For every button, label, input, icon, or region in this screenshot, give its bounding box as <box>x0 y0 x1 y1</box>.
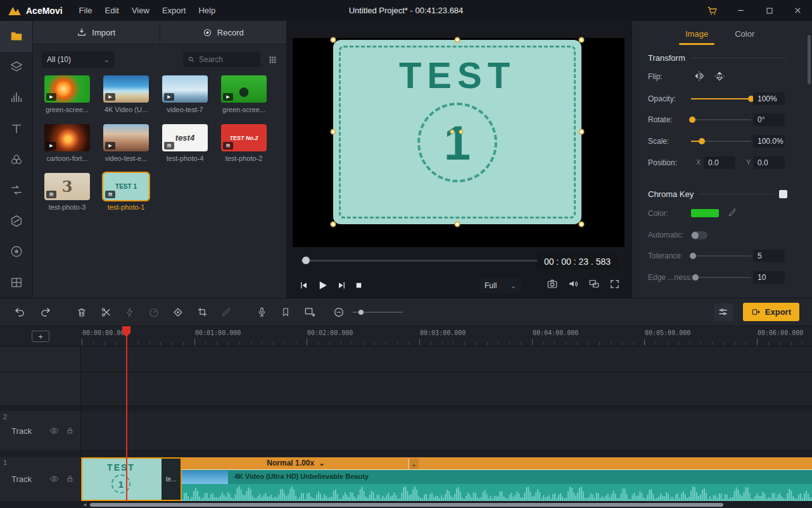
center-anchor-handle[interactable] <box>450 130 455 134</box>
add-track-button[interactable]: + <box>32 331 49 342</box>
track-lock-toggle[interactable] <box>66 475 74 483</box>
timeline-zoom-slider[interactable] <box>352 312 403 313</box>
store-cart-button[interactable] <box>698 0 726 21</box>
rail-media-tab[interactable] <box>0 21 33 52</box>
media-item-video-test-7[interactable]: ▶ video-test-7 <box>162 75 208 113</box>
media-filter-select[interactable]: All (10) ⌄ <box>42 51 115 68</box>
resize-handle-bottom-right[interactable] <box>579 222 585 227</box>
video-clip-4k-video[interactable]: Normal 1.00x ⌄ ⌄ 4K Video (Ultra HD) Unb… <box>182 457 812 501</box>
keyframe-button[interactable] <box>171 305 185 319</box>
chroma-key-checkbox[interactable] <box>779 190 787 198</box>
media-item-green-screen-2[interactable]: ▶ green-scree... <box>221 75 267 113</box>
menu-export[interactable]: Export <box>156 1 193 20</box>
chroma-color-swatch[interactable] <box>691 209 719 217</box>
timeline-ruler[interactable]: + 00:00:00.000 00:01:00.000 00:02:00.000… <box>0 326 812 346</box>
close-button[interactable] <box>783 0 812 21</box>
next-frame-button[interactable] <box>337 281 346 290</box>
resize-handle-bottom-center[interactable] <box>455 222 460 227</box>
freeze-frame-button[interactable] <box>303 305 317 319</box>
track-visibility-toggle[interactable] <box>49 426 59 436</box>
record-button[interactable]: Record <box>160 21 287 44</box>
maximize-button[interactable] <box>755 0 783 21</box>
rail-text-tab[interactable] <box>0 113 33 144</box>
search-input[interactable] <box>199 55 251 64</box>
edit-button[interactable] <box>219 305 233 319</box>
scrollbar-thumb[interactable] <box>90 503 723 507</box>
tab-image[interactable]: Image <box>683 24 711 45</box>
track-visibility-toggle[interactable] <box>49 474 59 484</box>
media-item-green-screen-1[interactable]: ▶ green-scree... <box>44 75 90 113</box>
marker-button[interactable] <box>279 305 293 319</box>
resize-handle-top-center[interactable] <box>455 37 460 43</box>
playhead-line[interactable] <box>126 336 127 502</box>
tolerance-slider[interactable] <box>691 255 751 257</box>
slider-knob[interactable] <box>690 253 696 259</box>
center-anchor-handle-2[interactable] <box>459 130 464 134</box>
opacity-slider[interactable] <box>691 98 751 99</box>
media-item-cartoon[interactable]: ▶ cartoon-fort... <box>44 124 90 162</box>
resize-handle-mid-right[interactable] <box>579 129 585 135</box>
preview-stage[interactable]: TEST 1 <box>293 38 625 247</box>
delete-button[interactable] <box>75 305 89 319</box>
photo-clip-test-photo-1[interactable]: TEST 1 te... <box>81 457 182 501</box>
redo-button[interactable] <box>38 305 52 319</box>
voiceover-button[interactable] <box>255 305 269 319</box>
scale-value[interactable]: 100.0% <box>753 135 785 148</box>
dual-screen-button[interactable] <box>588 278 600 289</box>
speed-button[interactable] <box>147 305 161 319</box>
crop-button[interactable] <box>195 305 209 319</box>
selected-clip-preview[interactable]: TEST 1 <box>333 40 581 224</box>
track-lock-toggle[interactable] <box>66 427 74 435</box>
position-y-input[interactable]: 0.0 <box>753 156 785 169</box>
rail-filters-tab[interactable] <box>0 205 33 236</box>
rotate-value[interactable]: 0° <box>753 113 785 126</box>
stop-button[interactable] <box>355 281 363 289</box>
tab-color[interactable]: Color <box>732 24 757 45</box>
rail-effects-tab[interactable] <box>0 144 33 175</box>
effect-button[interactable] <box>123 305 137 319</box>
edge-thickness-slider[interactable] <box>691 277 751 278</box>
play-button[interactable] <box>317 279 329 291</box>
slider-knob[interactable] <box>699 138 705 144</box>
media-item-test-photo-1[interactable]: TEST 1 ▤ test-photo-1 <box>103 173 149 211</box>
media-item-test-photo-4[interactable]: test4 ▤ test-photo-4 <box>162 124 208 162</box>
scrubber-track[interactable] <box>301 260 538 262</box>
resize-handle-mid-left[interactable] <box>331 129 336 135</box>
position-x-input[interactable]: 0.0 <box>704 156 735 169</box>
undo-button[interactable] <box>13 305 27 319</box>
resize-handle-top-left[interactable] <box>331 37 336 43</box>
minimize-button[interactable] <box>726 0 755 21</box>
media-item-video-test-e[interactable]: ▶ video-test-e... <box>103 124 149 162</box>
mute-button[interactable] <box>568 278 579 289</box>
media-item-4k-video[interactable]: ▶ 4K Video (U... <box>103 75 149 113</box>
render-settings-button[interactable] <box>714 303 733 321</box>
edge-thickness-value[interactable]: 10 <box>753 271 785 284</box>
rail-elements-tab[interactable] <box>0 52 33 83</box>
zoom-slider-knob[interactable] <box>358 310 364 315</box>
eyedropper-button[interactable] <box>728 208 737 217</box>
rail-transitions-tab[interactable] <box>0 175 33 206</box>
opacity-value[interactable]: 100% <box>753 92 785 105</box>
import-button[interactable]: Import <box>33 21 160 44</box>
rail-split-screen-tab[interactable] <box>0 267 33 298</box>
export-button[interactable]: Export <box>743 303 799 321</box>
fullscreen-button[interactable] <box>609 279 620 289</box>
flip-vertical-button[interactable] <box>711 68 728 84</box>
slider-knob[interactable] <box>689 117 695 123</box>
flip-horizontal-button[interactable] <box>691 68 707 84</box>
grid-view-button[interactable] <box>268 55 277 65</box>
slider-knob[interactable] <box>692 274 699 281</box>
resize-handle-top-right[interactable] <box>579 37 585 43</box>
menu-view[interactable]: View <box>125 1 156 20</box>
previous-frame-button[interactable] <box>299 281 308 290</box>
media-item-test-photo-2[interactable]: TEST No.2 ▤ test-photo-2 <box>221 124 267 162</box>
scale-slider[interactable] <box>691 141 751 142</box>
scrubber-handle[interactable] <box>302 257 310 264</box>
menu-edit[interactable]: Edit <box>99 1 125 20</box>
automatic-toggle[interactable] <box>691 231 707 239</box>
menu-help[interactable]: Help <box>192 1 222 20</box>
scroll-left-icon[interactable]: ◀ <box>83 502 86 507</box>
rail-audio-tab[interactable] <box>0 82 33 113</box>
zoom-out-button[interactable] <box>332 305 346 319</box>
snapshot-button[interactable] <box>547 278 558 289</box>
